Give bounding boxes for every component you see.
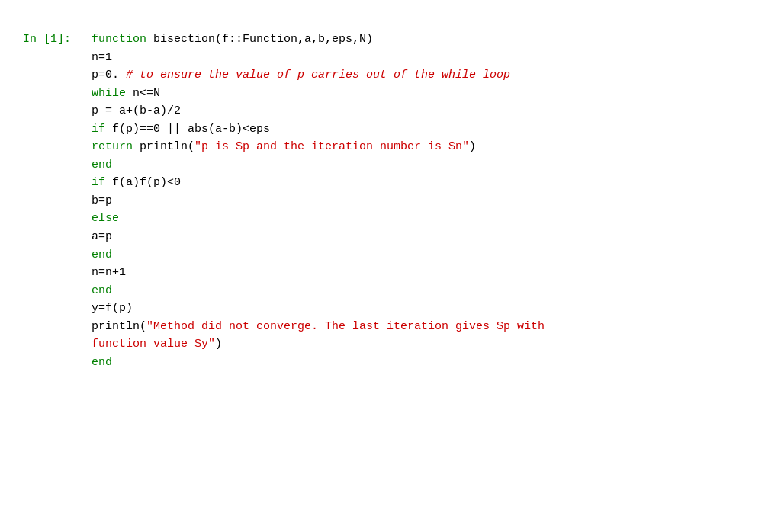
code-text: n=1 bbox=[92, 51, 112, 64]
code-line-4: while n<=N bbox=[92, 85, 545, 103]
code-text: n=n+1 bbox=[92, 266, 126, 279]
code-line-15: end bbox=[92, 282, 545, 300]
kw-else: else bbox=[92, 212, 119, 225]
code-line-13: end bbox=[92, 246, 545, 264]
kw-if-2: if bbox=[92, 176, 105, 189]
prompt-label: In [1]: bbox=[23, 30, 92, 49]
string-2b: function value $y" bbox=[92, 338, 215, 351]
fn-name: bisection(f::Function,a,b,eps,N) bbox=[153, 33, 373, 46]
code-text: n<=N bbox=[126, 87, 160, 100]
code-line-11: else bbox=[92, 210, 545, 228]
code-text: p = a+(b-a)/2 bbox=[92, 104, 181, 117]
kw-if-1: if bbox=[92, 123, 105, 136]
code-text: ) bbox=[469, 140, 476, 153]
code-line-10: b=p bbox=[92, 192, 545, 210]
string-2a: "Method did not converge. The last itera… bbox=[146, 320, 545, 333]
kw-end-2: end bbox=[92, 248, 112, 261]
kw-end-3: end bbox=[92, 284, 112, 297]
code-text: ) bbox=[215, 338, 222, 351]
code-text: a=p bbox=[92, 230, 112, 243]
kw-while: while bbox=[92, 87, 126, 100]
code-line-1: function bisection(f::Function,a,b,eps,N… bbox=[92, 30, 545, 49]
code-line-18: function value $y") bbox=[92, 335, 545, 354]
kw-end-1: end bbox=[92, 159, 112, 171]
code-text: println( bbox=[133, 140, 194, 153]
code-block: In [1]: function bisection(f::Function,a… bbox=[15, 15, 766, 386]
code-text: f(a)f(p)<0 bbox=[105, 176, 181, 189]
code-content: function bisection(f::Function,a,b,eps,N… bbox=[92, 30, 545, 371]
code-line-12: a=p bbox=[92, 228, 545, 246]
code-line-6: if f(p)==0 || abs(a-b)<eps bbox=[92, 120, 545, 139]
comment-text: # to ensure the value of p carries out o… bbox=[126, 69, 510, 82]
kw-return: return bbox=[92, 140, 133, 153]
code-line-2: n=1 bbox=[92, 49, 545, 67]
code-line-14: n=n+1 bbox=[92, 264, 545, 282]
string-1: "p is $p and the iteration number is $n" bbox=[194, 140, 469, 153]
code-line-5: p = a+(b-a)/2 bbox=[92, 102, 545, 120]
code-text: println( bbox=[92, 320, 146, 333]
kw-function: function bbox=[92, 33, 153, 46]
kw-end-4: end bbox=[92, 356, 112, 369]
code-line-16: y=f(p) bbox=[92, 300, 545, 318]
code-line-3: p=0. # to ensure the value of p carries … bbox=[92, 66, 545, 85]
code-text: b=p bbox=[92, 194, 112, 207]
code-text: f(p)==0 || abs(a-b)<eps bbox=[105, 123, 270, 136]
code-line-19: end bbox=[92, 354, 545, 372]
code-text: p=0. bbox=[92, 69, 126, 82]
code-line-9: if f(a)f(p)<0 bbox=[92, 174, 545, 192]
code-line-8: end bbox=[92, 156, 545, 175]
code-line-17: println("Method did not converge. The la… bbox=[92, 318, 545, 336]
code-line-7: return println("p is $p and the iteratio… bbox=[92, 138, 545, 156]
code-text: y=f(p) bbox=[92, 302, 133, 315]
